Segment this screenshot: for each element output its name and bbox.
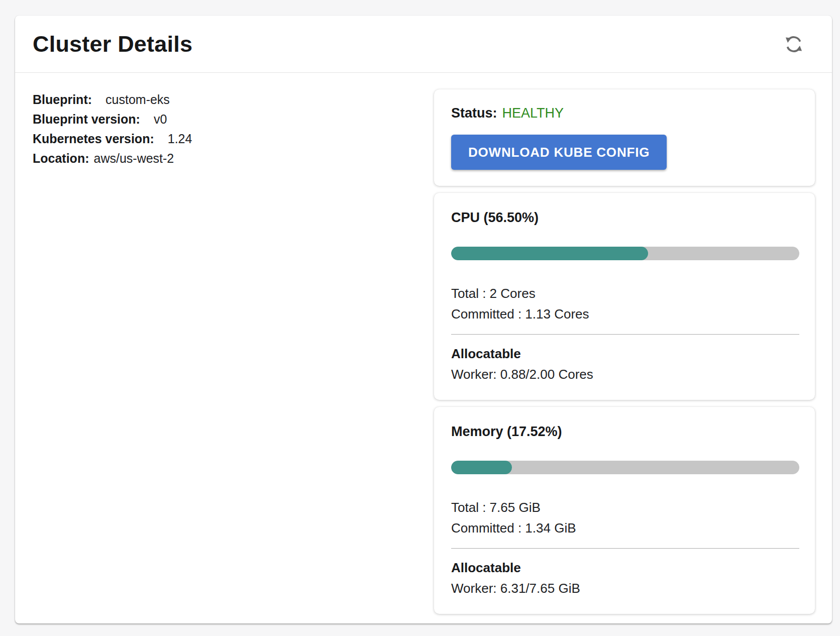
metrics-column: Status:HEALTHY DOWNLOAD KUBE CONFIG CPU …	[434, 89, 815, 614]
blueprint-version-value: v0	[154, 112, 167, 126]
cpu-total: Total : 2 Cores	[451, 283, 799, 304]
memory-progress-fill	[451, 461, 512, 474]
panel-body: Blueprint:custom-eks Blueprint version:v…	[15, 73, 832, 623]
cpu-progress-bar	[451, 247, 799, 260]
panel-header: Cluster Details	[15, 16, 832, 73]
refresh-button[interactable]	[780, 30, 808, 58]
kubernetes-version-value: 1.24	[168, 132, 192, 146]
info-row-location: Location:aws/us-west-2	[33, 149, 434, 168]
cpu-worker: Worker: 0.88/2.00 Cores	[451, 364, 799, 385]
cpu-card: CPU (56.50%) Total : 2 Cores Committed :…	[434, 193, 815, 400]
memory-worker: Worker: 6.31/7.65 GiB	[451, 578, 799, 599]
kubernetes-version-label: Kubernetes version:	[33, 132, 154, 146]
memory-title: Memory (17.52%)	[451, 424, 799, 440]
memory-committed: Committed : 1.34 GiB	[451, 518, 799, 539]
cluster-info: Blueprint:custom-eks Blueprint version:v…	[33, 89, 434, 614]
info-row-blueprint-version: Blueprint version:v0	[33, 110, 434, 129]
page-title: Cluster Details	[33, 31, 192, 57]
blueprint-version-label: Blueprint version:	[33, 112, 140, 126]
download-kubeconfig-button[interactable]: DOWNLOAD KUBE CONFIG	[451, 135, 667, 170]
location-label: Location:	[33, 151, 89, 165]
info-row-blueprint: Blueprint:custom-eks	[33, 90, 434, 110]
memory-divider	[451, 548, 799, 549]
cpu-allocatable-label: Allocatable	[451, 344, 799, 364]
cluster-details-panel: Cluster Details Blueprint:custom-eks Blu…	[15, 16, 832, 623]
location-value: aws/us-west-2	[94, 151, 174, 165]
memory-allocatable-label: Allocatable	[451, 558, 799, 578]
memory-card: Memory (17.52%) Total : 7.65 GiB Committ…	[434, 407, 815, 614]
cpu-title: CPU (56.50%)	[451, 210, 799, 226]
info-row-kubernetes-version: Kubernetes version:1.24	[33, 129, 434, 149]
cpu-divider	[451, 334, 799, 335]
memory-progress-bar	[451, 461, 799, 474]
memory-total: Total : 7.65 GiB	[451, 497, 799, 518]
status-line: Status:HEALTHY	[451, 105, 799, 121]
status-card: Status:HEALTHY DOWNLOAD KUBE CONFIG	[434, 89, 815, 186]
blueprint-label: Blueprint:	[33, 92, 92, 107]
refresh-icon	[782, 33, 805, 56]
cpu-progress-fill	[451, 247, 648, 260]
status-value: HEALTHY	[502, 105, 564, 121]
status-label: Status:	[451, 105, 497, 121]
cpu-committed: Committed : 1.13 Cores	[451, 304, 799, 325]
blueprint-value: custom-eks	[106, 92, 170, 107]
